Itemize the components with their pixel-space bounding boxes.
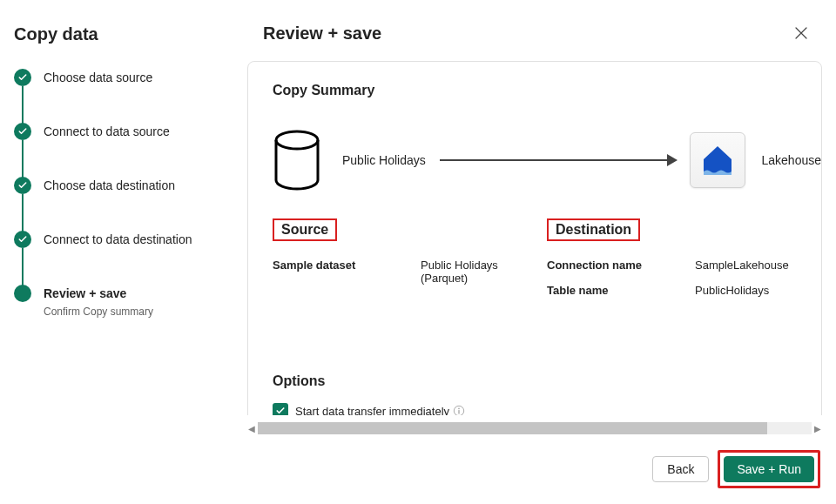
close-button[interactable] <box>787 19 815 47</box>
source-label: Public Holidays <box>342 153 426 167</box>
step-choose-data-destination[interactable]: Choose data destination <box>14 177 226 231</box>
check-icon <box>14 123 31 140</box>
source-heading: Source <box>273 218 337 241</box>
svg-point-2 <box>458 408 460 410</box>
check-icon <box>14 69 31 86</box>
table-row: Sample dataset Public Holidays (Parquet) <box>273 259 547 285</box>
step-list: Choose data source Connect to data sourc… <box>14 69 226 318</box>
table-row: Connection name SampleLakehouse <box>547 259 821 272</box>
arrow-icon <box>440 159 680 161</box>
back-button[interactable]: Back <box>652 456 709 482</box>
step-review-save[interactable]: Review + save Confirm Copy summary <box>14 285 226 318</box>
scroll-right-icon[interactable]: ▶ <box>812 424 824 433</box>
database-icon <box>273 130 321 191</box>
svg-rect-3 <box>458 410 459 413</box>
save-run-button[interactable]: Save + Run <box>724 456 814 482</box>
page-title: Review + save <box>263 24 381 44</box>
scroll-left-icon[interactable]: ◀ <box>246 424 258 433</box>
destination-heading: Destination <box>547 218 640 241</box>
start-transfer-label: Start data transfer immediately <box>295 405 449 416</box>
info-icon[interactable] <box>453 405 465 415</box>
horizontal-scrollbar[interactable]: ◀ ▶ <box>246 420 824 436</box>
summary-card: Copy Summary Public Holidays <box>247 61 822 415</box>
step-choose-data-source[interactable]: Choose data source <box>14 69 226 123</box>
lakehouse-icon <box>690 132 745 188</box>
copy-summary-heading: Copy Summary <box>273 83 821 98</box>
current-step-icon <box>14 285 31 302</box>
content-scroll[interactable]: Copy Summary Public Holidays <box>246 61 824 415</box>
step-connect-to-data-source[interactable]: Connect to data source <box>14 123 226 177</box>
wizard-sidebar: Copy data Choose data source Connect to … <box>0 0 244 504</box>
options-heading: Options <box>273 373 821 389</box>
destination-label: Lakehouse <box>761 153 821 167</box>
svg-point-0 <box>276 131 318 149</box>
sidebar-title: Copy data <box>14 24 226 44</box>
start-transfer-checkbox[interactable] <box>273 403 288 415</box>
source-column: Source Sample dataset Public Holidays (P… <box>273 218 547 297</box>
step-connect-to-data-destination[interactable]: Connect to data destination <box>14 231 226 285</box>
check-icon <box>14 231 31 248</box>
summary-diagram: Public Holidays Lakehouse <box>273 130 821 212</box>
check-icon <box>14 177 31 194</box>
destination-column: Destination Connection name SampleLakeho… <box>547 218 821 297</box>
table-row: Table name PublicHolidays <box>547 284 821 297</box>
